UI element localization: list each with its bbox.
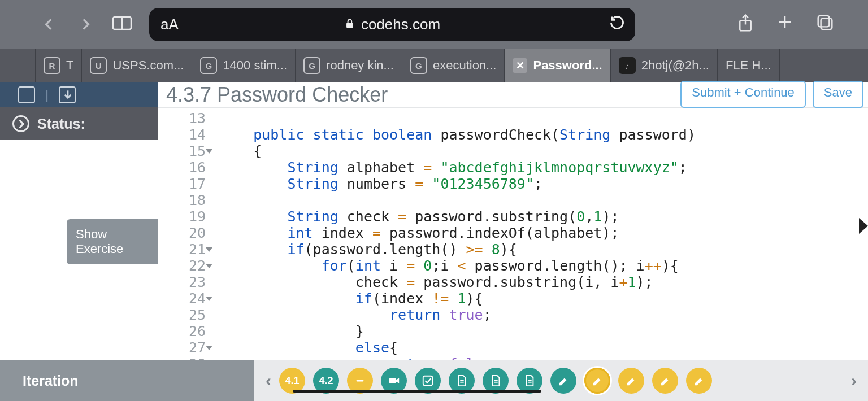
editor-panel: 4.3.7 Password Checker Submit + Continue… xyxy=(158,82,868,401)
status-label: Status: xyxy=(37,116,85,132)
svg-rect-7 xyxy=(821,19,832,30)
refresh-button[interactable] xyxy=(609,15,625,34)
progress-dot[interactable] xyxy=(652,368,678,394)
status-row[interactable]: Status: xyxy=(0,107,158,140)
tabs-button[interactable] xyxy=(816,14,834,35)
file-icon[interactable] xyxy=(18,86,35,103)
lock-icon xyxy=(344,16,355,33)
text-size-button[interactable]: aA xyxy=(160,16,179,33)
svg-rect-13 xyxy=(423,376,433,386)
status-chevron-icon xyxy=(12,115,29,132)
left-sidebar: | Status: Show Exercise xyxy=(0,82,158,401)
svg-marker-12 xyxy=(396,378,400,383)
section-label: Iteration xyxy=(0,360,254,401)
browser-toolbar: aA codehs.com xyxy=(0,0,868,49)
back-button[interactable] xyxy=(40,15,59,34)
expand-right-icon[interactable] xyxy=(859,218,868,234)
url-domain: codehs.com xyxy=(361,16,440,33)
svg-rect-2 xyxy=(346,23,353,28)
browser-tab[interactable]: FLE H... xyxy=(718,49,780,82)
progress-dot[interactable] xyxy=(618,368,644,394)
bottom-bar: Iteration ‹ 4.14.2 › xyxy=(0,360,868,401)
progress-dot[interactable] xyxy=(584,368,610,394)
progress-prev[interactable]: ‹ xyxy=(266,371,271,390)
address-bar[interactable]: aA codehs.com xyxy=(149,8,635,41)
app-toolbar: | xyxy=(0,82,158,107)
progress-next[interactable]: › xyxy=(851,371,857,390)
save-button[interactable]: Save xyxy=(813,81,863,108)
forward-button[interactable] xyxy=(76,15,95,34)
browser-tab[interactable] xyxy=(19,49,36,82)
progress-dot[interactable] xyxy=(550,368,576,394)
code-editor[interactable]: 13141516171819202122232425262728 public … xyxy=(158,107,868,401)
svg-rect-11 xyxy=(389,378,396,383)
new-tab-button[interactable] xyxy=(776,14,793,35)
browser-tab[interactable]: G1400 stim... xyxy=(192,49,296,82)
browser-tab[interactable]: Grodney kin... xyxy=(296,49,402,82)
exercise-title: 4.3.7 Password Checker xyxy=(166,83,388,107)
svg-rect-8 xyxy=(818,16,830,27)
share-button[interactable] xyxy=(737,14,754,35)
download-icon[interactable] xyxy=(59,86,76,103)
close-icon[interactable]: ✕ xyxy=(513,58,527,73)
progress-track: ‹ 4.14.2 › xyxy=(254,368,868,394)
progress-dot[interactable] xyxy=(686,368,712,394)
svg-rect-10 xyxy=(357,380,364,382)
show-exercise-button[interactable]: Show Exercise xyxy=(67,219,158,264)
browser-tab[interactable]: RT xyxy=(36,49,82,82)
browser-tab[interactable]: UUSPS.com... xyxy=(82,49,192,82)
browser-tab[interactable]: ♪2hotj(@2h... xyxy=(611,49,718,82)
line-gutter: 13141516171819202122232425262728 xyxy=(158,108,215,401)
code-area[interactable]: public static boolean passwordCheck(Stri… xyxy=(215,108,868,401)
bookmarks-icon[interactable] xyxy=(112,14,132,34)
progress-underline xyxy=(293,390,541,393)
browser-tab[interactable]: Gexecution... xyxy=(402,49,505,82)
browser-tab[interactable]: ✕Password... xyxy=(505,49,610,82)
tab-strip: RTUUSPS.com...G1400 stim...Grodney kin..… xyxy=(0,49,868,82)
submit-continue-button[interactable]: Submit + Continue xyxy=(680,81,806,108)
